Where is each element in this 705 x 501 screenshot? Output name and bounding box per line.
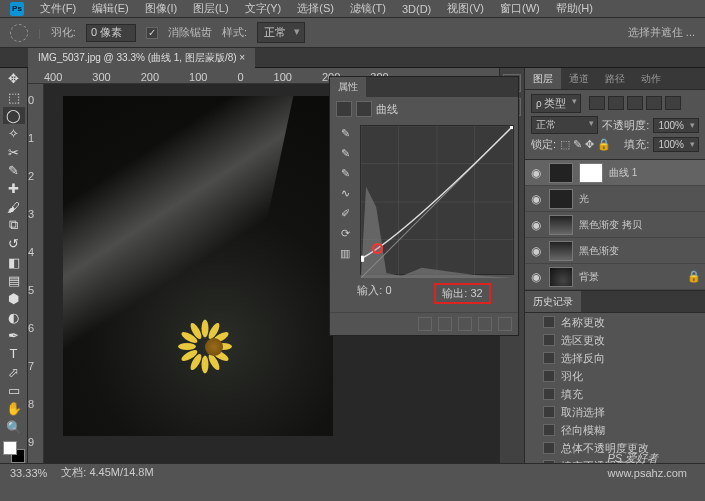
- clip-icon[interactable]: [418, 317, 432, 331]
- lock-icon[interactable]: ⬚ ✎ ✥ 🔒: [560, 138, 611, 151]
- history-item[interactable]: 选区更改: [525, 331, 705, 349]
- path-tool[interactable]: ⬀: [3, 364, 25, 381]
- crop-tool[interactable]: ✂: [3, 143, 25, 160]
- gradient-tool[interactable]: ▤: [3, 272, 25, 289]
- trash-icon[interactable]: [498, 317, 512, 331]
- blur-tool[interactable]: ⬢: [3, 290, 25, 307]
- tab-layers[interactable]: 图层: [525, 68, 561, 89]
- menu-help[interactable]: 帮助(H): [550, 0, 599, 18]
- layer-row[interactable]: ◉背景🔒: [525, 264, 705, 290]
- input-value[interactable]: 0: [385, 284, 391, 296]
- output-value[interactable]: 32: [470, 287, 482, 299]
- menu-3d[interactable]: 3D(D): [396, 1, 437, 17]
- marquee-tool[interactable]: ⬚: [3, 88, 25, 105]
- fill-input[interactable]: 100%: [653, 137, 699, 152]
- menu-image[interactable]: 图像(I): [139, 0, 183, 18]
- auto-icon[interactable]: ▥: [337, 245, 353, 261]
- layer-row[interactable]: ◉曲线 1: [525, 160, 705, 186]
- layer-list: ◉曲线 1 ◉光 ◉黑色渐变 拷贝 ◉黑色渐变 ◉背景🔒: [525, 160, 705, 290]
- menu-type[interactable]: 文字(Y): [239, 0, 288, 18]
- tab-properties[interactable]: 属性: [330, 77, 366, 97]
- layer-thumb: [549, 189, 573, 209]
- filter-icon[interactable]: [608, 96, 624, 110]
- menu-select[interactable]: 选择(S): [291, 0, 340, 18]
- layer-name[interactable]: 曲线 1: [609, 166, 637, 180]
- opacity-input[interactable]: 100%: [653, 118, 699, 133]
- eyedropper-black-icon[interactable]: ✎: [337, 125, 353, 141]
- menu-edit[interactable]: 编辑(E): [86, 0, 135, 18]
- document-tab[interactable]: IMG_5037.jpg @ 33.3% (曲线 1, 图层蒙版/8) ×: [28, 48, 255, 68]
- history-item[interactable]: 名称更改: [525, 313, 705, 331]
- shape-tool[interactable]: ▭: [3, 382, 25, 399]
- visibility-icon[interactable]: ◉: [529, 166, 543, 180]
- menu-filter[interactable]: 滤镜(T): [344, 0, 392, 18]
- antialias-checkbox[interactable]: [146, 27, 158, 39]
- layer-name[interactable]: 背景: [579, 270, 599, 284]
- zoom-level[interactable]: 33.33%: [10, 467, 47, 479]
- layer-name[interactable]: 黑色渐变: [579, 244, 619, 258]
- history-item[interactable]: 总体不透明度更改: [525, 439, 705, 457]
- tab-history[interactable]: 历史记录: [525, 291, 581, 312]
- menu-layer[interactable]: 图层(L): [187, 0, 234, 18]
- dodge-tool[interactable]: ◐: [3, 308, 25, 325]
- brush-tool[interactable]: 🖌: [3, 198, 25, 215]
- history-item[interactable]: 选择反向: [525, 349, 705, 367]
- curve-point-highlight: [372, 243, 383, 254]
- filter-icon[interactable]: [589, 96, 605, 110]
- layer-kind-select[interactable]: ρ 类型: [531, 94, 581, 113]
- text-tool[interactable]: T: [3, 345, 25, 362]
- menu-window[interactable]: 窗口(W): [494, 0, 546, 18]
- history-item[interactable]: 取消选择: [525, 403, 705, 421]
- history-item[interactable]: 径向模糊: [525, 421, 705, 439]
- pen-tool[interactable]: ✒: [3, 327, 25, 344]
- menu-view[interactable]: 视图(V): [441, 0, 490, 18]
- visibility-icon[interactable]: [478, 317, 492, 331]
- pencil-curve-icon[interactable]: ✐: [337, 205, 353, 221]
- history-item[interactable]: 羽化: [525, 367, 705, 385]
- filter-icon[interactable]: [646, 96, 662, 110]
- visibility-icon[interactable]: ◉: [529, 244, 543, 258]
- smooth-icon[interactable]: ⟳: [337, 225, 353, 241]
- prev-state-icon[interactable]: [438, 317, 452, 331]
- layer-name[interactable]: 光: [579, 192, 589, 206]
- filter-icon[interactable]: [665, 96, 681, 110]
- color-swatch[interactable]: [3, 441, 25, 463]
- layer-name[interactable]: 黑色渐变 拷贝: [579, 218, 642, 232]
- visibility-icon[interactable]: ◉: [529, 192, 543, 206]
- hand-tool[interactable]: ✋: [3, 400, 25, 417]
- refine-edge-button[interactable]: 选择并遮住 ...: [628, 25, 695, 40]
- eyedropper-tool[interactable]: ✎: [3, 162, 25, 179]
- layer-row[interactable]: ◉光: [525, 186, 705, 212]
- heal-tool[interactable]: ✚: [3, 180, 25, 197]
- history-item[interactable]: 填充: [525, 385, 705, 403]
- layer-row[interactable]: ◉黑色渐变 拷贝: [525, 212, 705, 238]
- menu-file[interactable]: 文件(F): [34, 0, 82, 18]
- target-adjust-icon[interactable]: ∿: [337, 185, 353, 201]
- wand-tool[interactable]: ✧: [3, 125, 25, 142]
- eraser-tool[interactable]: ◧: [3, 253, 25, 270]
- doc-size[interactable]: 文档: 4.45M/14.8M: [61, 465, 153, 480]
- tab-actions[interactable]: 动作: [633, 68, 669, 89]
- marquee-tool-icon[interactable]: [10, 24, 28, 42]
- history-brush-tool[interactable]: ↺: [3, 235, 25, 252]
- curves-graph[interactable]: [360, 125, 514, 275]
- document-canvas[interactable]: [63, 96, 333, 436]
- blend-mode-select[interactable]: 正常: [531, 116, 598, 134]
- eyedropper-gray-icon[interactable]: ✎: [337, 145, 353, 161]
- eyedropper-white-icon[interactable]: ✎: [337, 165, 353, 181]
- history-item[interactable]: 填充不透明度更改: [525, 457, 705, 463]
- filter-icon[interactable]: [627, 96, 643, 110]
- tab-channels[interactable]: 通道: [561, 68, 597, 89]
- visibility-icon[interactable]: ◉: [529, 270, 543, 284]
- layer-row[interactable]: ◉黑色渐变: [525, 238, 705, 264]
- stamp-tool[interactable]: ⧉: [3, 217, 25, 234]
- zoom-tool[interactable]: 🔍: [3, 419, 25, 436]
- reset-icon[interactable]: [458, 317, 472, 331]
- move-tool[interactable]: ✥: [3, 70, 25, 87]
- style-label: 样式:: [222, 25, 247, 40]
- lasso-tool[interactable]: ◯: [3, 107, 25, 124]
- visibility-icon[interactable]: ◉: [529, 218, 543, 232]
- tab-paths[interactable]: 路径: [597, 68, 633, 89]
- style-select[interactable]: 正常: [257, 22, 305, 43]
- feather-input[interactable]: 0 像素: [86, 24, 136, 42]
